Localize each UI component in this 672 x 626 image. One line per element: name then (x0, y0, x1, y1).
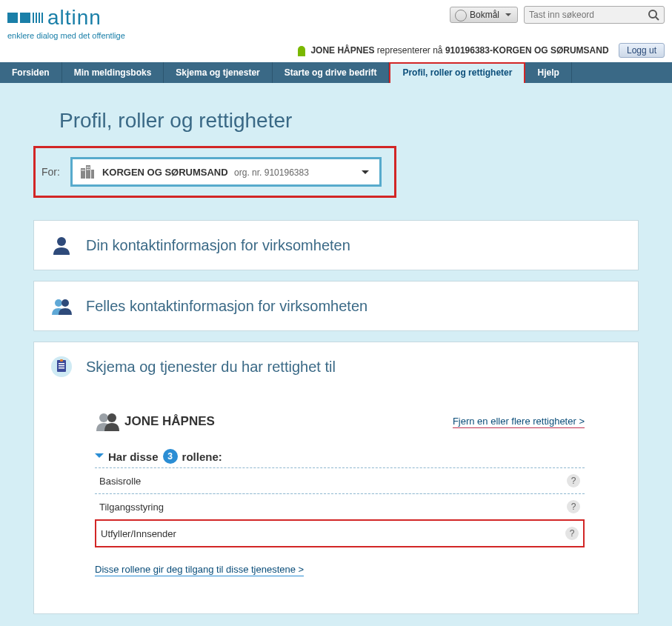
building-icon (80, 165, 95, 179)
tagline: enklere dialog med det offentlige (7, 31, 125, 40)
roles-suffix: rollene: (182, 450, 222, 463)
access-link[interactable]: Disse rollene gir deg tilgang til disse … (95, 564, 304, 576)
svg-rect-8 (88, 167, 90, 168)
rights-user: JONE HÅPNES (95, 412, 215, 431)
for-row: For: KORGEN OG SØRUMSAND org. nr. 910196… (33, 146, 396, 198)
svg-rect-19 (60, 359, 63, 362)
remove-rights-link[interactable]: Fjern en eller flere rettigheter > (453, 416, 585, 428)
nav-forsiden[interactable]: Forsiden (0, 62, 62, 83)
main-nav: Forsiden Min meldingsboks Skjema og tjen… (0, 62, 672, 83)
clipboard-icon (50, 356, 73, 378)
panel-rights-head[interactable]: Skjema og tjenester du har rettighet til (50, 356, 622, 378)
nav-profil[interactable]: Profil, roller og rettigheter (389, 62, 525, 83)
svg-rect-2 (81, 168, 85, 179)
svg-rect-17 (59, 365, 64, 367)
role-label: Basisrolle (99, 476, 141, 487)
panel-rights: Skjema og tjenester du har rettighet til… (33, 342, 639, 614)
search-icon[interactable] (648, 9, 659, 21)
org-number: org. nr. 910196383 (234, 167, 309, 178)
org-select[interactable]: KORGEN OG SØRUMSAND org. nr. 910196383 (70, 157, 382, 187)
user-line: JONE HÅPNES representerer nå 910196383-K… (0, 40, 672, 62)
svg-rect-6 (83, 170, 84, 171)
nav-hjelp[interactable]: Hjelp (525, 62, 571, 83)
svg-point-11 (57, 237, 66, 246)
svg-point-20 (99, 413, 108, 422)
logo[interactable]: altinn (7, 6, 125, 30)
panel-shared-title: Felles kontaktinformasjon for virksomhet… (86, 298, 367, 315)
language-label: Bokmål (470, 10, 499, 20)
user-icon (298, 46, 305, 56)
user-org: 910196383-KORGEN OG SØRUMSAND (445, 45, 609, 56)
svg-rect-5 (81, 170, 83, 171)
search-box (524, 6, 665, 24)
svg-rect-16 (59, 363, 64, 364)
role-row: Basisrolle ? (95, 467, 585, 494)
logo-text: altinn (47, 6, 102, 30)
svg-rect-10 (88, 169, 90, 170)
panel-shared[interactable]: Felles kontaktinformasjon for virksomhet… (33, 281, 639, 331)
help-icon[interactable]: ? (565, 527, 579, 540)
svg-rect-4 (91, 170, 94, 179)
logout-button[interactable]: Logg ut (619, 43, 665, 58)
svg-line-1 (656, 17, 659, 20)
svg-point-12 (55, 299, 62, 307)
user-name: JONE HÅPNES (310, 45, 374, 56)
svg-point-13 (61, 299, 69, 307)
logo-area: altinn enklere dialog med det offentlige (7, 6, 125, 40)
svg-rect-9 (87, 169, 88, 170)
search-input[interactable] (529, 10, 648, 20)
svg-point-21 (107, 413, 116, 422)
roles-head[interactable]: Har disse 3 rollene: (95, 449, 585, 464)
people-icon (50, 295, 73, 317)
role-label: Tilgangsstyring (99, 502, 164, 513)
panel-rights-title: Skjema og tjenester du har rettighet til (86, 359, 336, 376)
help-icon[interactable]: ? (567, 474, 580, 487)
svg-rect-3 (86, 165, 90, 179)
panel-contact-title: Din kontaktinformasjon for virksomheten (86, 237, 350, 254)
role-label: Utfyller/Innsender (101, 528, 176, 539)
rights-user-name: JONE HÅPNES (124, 414, 215, 429)
help-icon[interactable]: ? (567, 500, 580, 513)
people-dark-icon (95, 412, 120, 431)
logo-icon (7, 13, 43, 23)
nav-skjema[interactable]: Skjema og tjenester (164, 62, 272, 83)
nav-meldingsboks[interactable]: Min meldingsboks (62, 62, 164, 83)
role-row: Tilgangsstyring ? (95, 493, 585, 520)
for-label: For: (41, 166, 60, 178)
role-row-highlighted: Utfyller/Innsender ? (95, 519, 585, 547)
page-title: Profil, roller og rettigheter (59, 109, 639, 133)
represents-text: representerer nå (377, 45, 445, 56)
svg-rect-18 (59, 367, 64, 369)
chevron-down-icon (95, 453, 104, 462)
person-icon (50, 234, 73, 256)
roles-count-badge: 3 (163, 449, 178, 464)
panel-contact[interactable]: Din kontaktinformasjon for virksomheten (33, 220, 639, 270)
org-name: KORGEN OG SØRUMSAND (102, 167, 228, 178)
roles-prefix: Har disse (108, 450, 159, 463)
svg-point-0 (649, 10, 656, 18)
nav-bedrift[interactable]: Starte og drive bedrift (273, 62, 390, 83)
svg-rect-7 (87, 167, 88, 168)
language-select[interactable]: Bokmål (450, 7, 518, 23)
